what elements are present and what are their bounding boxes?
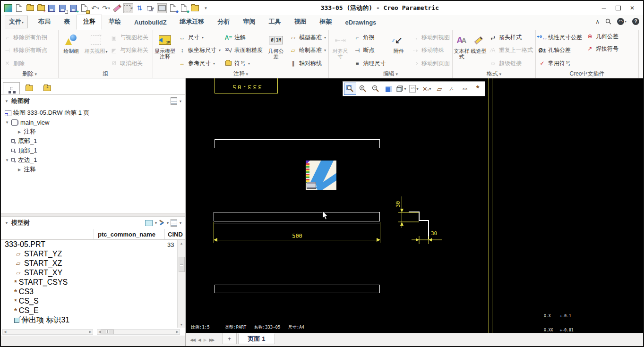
symbol-button[interactable]: 符号▾ (223, 58, 264, 68)
chevron-down-icon[interactable]: ▾ (180, 99, 181, 103)
linear-tolerance-button[interactable]: ⁺⁰↔线性尺寸公差 (537, 33, 584, 43)
tab-table[interactable]: 表 (57, 15, 77, 30)
chevron-down-icon[interactable]: ▾ (180, 221, 181, 225)
jog-button[interactable]: ⌐角拐 (352, 33, 387, 43)
tree-filters-icon[interactable] (171, 219, 177, 227)
group-label-format[interactable]: 格式 (454, 70, 534, 78)
drawing-canvas[interactable]: 333-05 ▾ AB▾ ✕ₓ▾ ▱ ∕· ×× * (186, 78, 643, 333)
view-rect-main-edge[interactable] (214, 223, 380, 223)
redo-icon[interactable]: ↷▾ (102, 4, 111, 13)
right-horizontal-scrollbar[interactable]: ◀▶ (97, 329, 180, 335)
dimension-button[interactable]: ↔尺寸▾ (177, 33, 222, 43)
model-item-start-xz[interactable]: ▱START_XZ (1, 259, 185, 268)
plane-display-icon[interactable]: ▱ (433, 83, 446, 95)
point-display-icon[interactable]: ×× (459, 83, 471, 95)
remove-all-breaks-button[interactable]: ⊣移除所有断点 (2, 45, 49, 56)
search-icon[interactable] (605, 18, 611, 25)
model-datum-button[interactable]: ▱模型基准▾ (288, 33, 327, 43)
tab-sketch[interactable]: 草绘 (102, 15, 128, 30)
tree-item-left-view[interactable]: ▼左边_1 (1, 155, 185, 165)
collapse-triangle-icon[interactable]: ▼ (5, 99, 9, 103)
break-button[interactable]: ⊣断点 (352, 45, 387, 56)
window-list-icon[interactable]: ▾ (146, 4, 155, 13)
favorites-tab[interactable]: ＊ (39, 82, 56, 94)
model-tree-tab[interactable] (3, 82, 20, 94)
common-symbols-button[interactable]: ✓常用符号 (537, 58, 584, 68)
align-dimensions-button[interactable]: ⇤⇥ 对齐尺寸 (330, 31, 351, 70)
zoom-out-icon[interactable] (369, 83, 382, 95)
model-item-cs-s[interactable]: *CS_S (1, 296, 185, 306)
model-item-start-yz[interactable]: ▱START_YZ (1, 249, 185, 259)
undo-icon[interactable]: ↶▾ (91, 4, 100, 13)
copy-screen-icon[interactable]: ◆ (169, 4, 178, 13)
collapse-ribbon-icon[interactable]: ∧ (595, 18, 600, 25)
hole-shaft-tolerance-button[interactable]: Ø±孔轴公差 (537, 45, 584, 56)
group-label-annotate[interactable]: 注释 (154, 70, 327, 78)
import-icon[interactable] (80, 4, 89, 13)
tab-framework[interactable]: 框架 (313, 15, 339, 30)
group-label-group[interactable]: 组 (60, 70, 152, 78)
annotation-display-icon[interactable]: AB▾ (408, 83, 420, 95)
minimize-button[interactable]: ─ (601, 5, 607, 11)
scrollbar-thumb[interactable] (179, 257, 185, 272)
collapse-triangle-icon[interactable]: ▼ (5, 221, 9, 225)
tree-item-annotations[interactable]: ▶注释 (1, 127, 185, 136)
cleanup-dimensions-button[interactable]: ≡清理尺寸 (352, 58, 387, 68)
saved-views-icon[interactable]: ▾ (395, 83, 407, 95)
dim-line-500[interactable] (214, 240, 380, 240)
weld-symbol-button[interactable]: ↗焊接符号 (584, 43, 620, 54)
scrollbar-thumb[interactable] (101, 330, 114, 334)
delete-button[interactable]: ✕删除 (2, 58, 49, 68)
collapsed-arrow-icon[interactable]: ▶ (17, 130, 22, 134)
draft-datum-button[interactable]: ▱绘制基准▾ (288, 45, 327, 56)
last-page-icon[interactable]: ▶▶ (209, 338, 214, 342)
datum-display-filters-icon[interactable]: ✕ₓ▾ (421, 83, 433, 95)
tab-annotate[interactable]: 注释 (77, 15, 102, 30)
tree-item-bottom-view[interactable]: 底部_1 (1, 136, 185, 146)
save-backup-icon[interactable]: ➜ (69, 4, 78, 13)
tree-item-annotations-2[interactable]: ▶注释 (1, 165, 185, 174)
chevron-down-icon[interactable]: ▾ (155, 221, 157, 225)
text-style-button[interactable]: AA 文本样式 (454, 31, 470, 70)
model-item-cs3[interactable]: *CS3 (1, 287, 185, 296)
arrow-style-button[interactable]: ⇄箭头样式 (488, 33, 534, 43)
help-icon[interactable]: ? (632, 18, 639, 25)
more-commands-icon[interactable]: ▾ (201, 4, 210, 13)
paste-object-icon[interactable]: ◆ (180, 4, 189, 13)
group-label-edit[interactable]: 编辑 (330, 70, 451, 78)
scroll-down-icon[interactable]: ▼ (178, 321, 185, 328)
first-page-icon[interactable]: ◀◀ (190, 338, 195, 342)
view-rect-top[interactable] (215, 139, 380, 148)
open-from-session-icon[interactable]: ✓ (36, 4, 45, 13)
tab-layout[interactable]: 布局 (32, 15, 57, 30)
activate-window-icon[interactable] (157, 3, 167, 13)
panel-splitter[interactable] (1, 213, 185, 217)
z-profile-path[interactable] (409, 212, 429, 239)
csys-display-icon[interactable]: * (472, 83, 484, 95)
community-icon[interactable]: ◠▾ (617, 18, 627, 25)
tree-item-top-view[interactable]: 顶部_1 (1, 146, 185, 155)
selection-box-icon[interactable]: ▾ (123, 3, 133, 13)
add-page-button[interactable]: + (223, 333, 237, 344)
remove-all-jogs-button[interactable]: ⌐移除所有角拐 (2, 33, 49, 43)
axis-display-icon[interactable]: ∕· (446, 83, 458, 95)
expand-arrow-icon[interactable]: ▼ (5, 120, 9, 125)
repeat-last-format-button[interactable]: ⁄A重复上一格式 (488, 45, 534, 56)
model-item-cs-e[interactable]: *CS_E (1, 306, 185, 315)
geometric-tolerance-button[interactable]: ⊕几何公差 (584, 31, 620, 42)
reference-dimension-button[interactable]: ↔参考尺寸▾ (177, 58, 222, 68)
gtol-button[interactable]: Ø│1M 几何公差 (265, 31, 287, 70)
show-icon[interactable] (145, 220, 153, 226)
draft-group-button[interactable]: 绘制组 (60, 31, 83, 70)
model-item-part[interactable]: 333-05.PRT33 (1, 240, 185, 249)
save-icon[interactable] (47, 4, 56, 13)
tree-refresh-icon[interactable]: ⇅ (135, 4, 144, 13)
chevron-down-icon[interactable]: ▾ (167, 221, 169, 225)
tab-review[interactable]: 审阅 (237, 15, 262, 30)
note-button[interactable]: A≡注解 (223, 33, 264, 43)
tree-item-sheet[interactable]: 绘图 333-05.DRW 的第 1 页 (1, 108, 185, 118)
left-horizontal-scrollbar[interactable]: ◀▶ (2, 329, 93, 335)
unrelate-button[interactable]: Ø取消相关 (109, 58, 150, 68)
dimension-500[interactable]: 500 (285, 233, 309, 239)
section-profile-view[interactable]: 30 30 (387, 190, 455, 248)
